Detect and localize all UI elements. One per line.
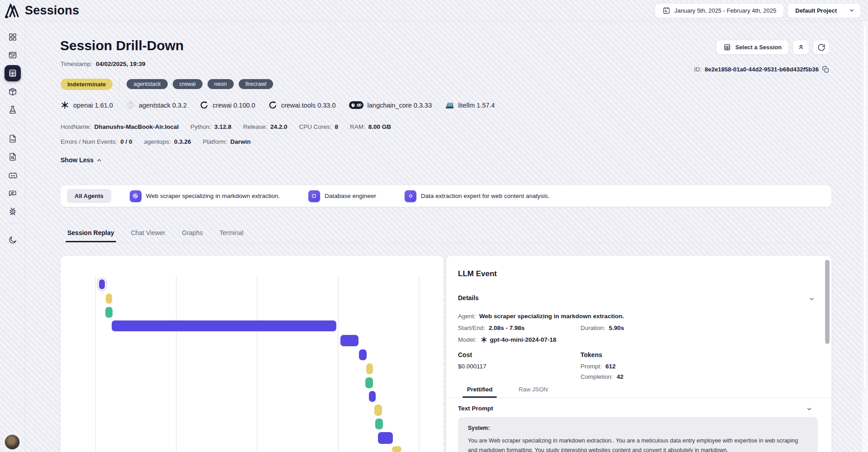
- scrollbar-thumb[interactable]: [825, 260, 830, 344]
- agent-filter-web-scraper[interactable]: Web scraper specializing in markdown ext…: [130, 190, 280, 202]
- chevron-down-icon[interactable]: [808, 296, 815, 302]
- tab-terminal[interactable]: Terminal: [219, 229, 243, 242]
- host-value: Dhanushs-MacBook-Air.local: [94, 123, 179, 130]
- model-value: gpt-4o-mini-2024-07-18: [490, 336, 557, 343]
- sidebar-item-bug-report[interactable]: [5, 203, 21, 220]
- agent-filter-data-extraction[interactable]: Data extraction expert for web content a…: [405, 190, 549, 202]
- message-square-icon: [8, 189, 17, 198]
- agent-row: Agent: Web scraper specializing in markd…: [458, 313, 624, 320]
- event-panel-scrollbar[interactable]: [824, 258, 830, 452]
- gantt-event-bar[interactable]: [340, 335, 359, 346]
- host-label: CPU Cores:: [299, 123, 332, 130]
- gantt-event-bar[interactable]: [106, 293, 112, 304]
- all-agents-button[interactable]: All Agents: [67, 189, 111, 203]
- grid-icon: [8, 33, 17, 42]
- square-glyph-icon: [308, 190, 320, 202]
- sidebar-item-feedback[interactable]: [5, 185, 21, 202]
- event-view-tabs: Prettified Raw JSON: [467, 386, 548, 398]
- clover-glyph-icon: [130, 190, 142, 202]
- tab-raw-json[interactable]: Raw JSON: [519, 386, 547, 398]
- sidebar-item-dashboard[interactable]: [5, 29, 21, 45]
- host-value: 8.00 GB: [368, 123, 391, 130]
- tags-row: Indeterminate agentstack crewai neon fir…: [61, 78, 273, 90]
- version-item: crewai 0.100.0: [199, 100, 255, 110]
- tab-session-replay[interactable]: Session Replay: [67, 229, 114, 242]
- tab-bar-rule: [60, 243, 832, 243]
- event-title: LLM Event: [458, 269, 497, 278]
- gantt-event-bar[interactable]: [366, 363, 373, 374]
- gantt-event-bar[interactable]: [112, 320, 336, 331]
- session-id-label: ID:: [694, 66, 702, 73]
- gantt-event-bar[interactable]: [359, 349, 367, 360]
- tab-chat-viewer[interactable]: Chat Viewer: [131, 229, 165, 242]
- gantt-gridline: [338, 276, 339, 452]
- date-range-picker[interactable]: January 5th, 2025 - February 4th, 2025: [655, 3, 784, 18]
- agent-filter-database-engineer[interactable]: Database engineer: [308, 190, 376, 202]
- host-label: Release:: [243, 123, 267, 130]
- refresh-button[interactable]: [813, 40, 830, 55]
- version-item: openai 1.61.0: [60, 100, 113, 110]
- sidebar-item-dark-mode[interactable]: [5, 232, 21, 248]
- tab-prettified[interactable]: Prettified: [467, 386, 492, 398]
- sidebar-item-projects[interactable]: [5, 47, 21, 63]
- top-bar: Sessions January 5th, 2025 - February 4t…: [0, 0, 868, 21]
- sidebar-item-deploy[interactable]: [5, 84, 21, 100]
- host-info-row-2: Errors / Num Events:0 / 0 agentops:0.3.2…: [61, 138, 250, 145]
- host-value: 24.2.0: [270, 123, 288, 130]
- completion-label: Completion:: [580, 373, 613, 380]
- gantt-event-bar[interactable]: [378, 432, 393, 444]
- tag-pill: agentstack: [127, 79, 167, 89]
- version-label: litellm 1.57.4: [458, 102, 495, 109]
- gantt-event-bar[interactable]: [392, 446, 401, 452]
- gantt-event-bar[interactable]: [365, 377, 373, 388]
- gantt-event-bar[interactable]: [99, 279, 105, 289]
- event-tabs-rule: [446, 398, 831, 398]
- file-search-icon: [8, 152, 17, 161]
- gantt-event-bar[interactable]: [374, 405, 382, 416]
- version-label: crewai 0.100.0: [212, 102, 255, 109]
- sidebar-item-logs[interactable]: [5, 149, 21, 165]
- page-scrollbar[interactable]: [862, 21, 868, 452]
- version-item: crewai.tools 0.33.0: [268, 100, 336, 110]
- gantt-chart[interactable]: [61, 256, 443, 452]
- host-label: HostName:: [61, 123, 91, 130]
- startend-row: Start/End: 2.08s - 7.98s: [458, 325, 525, 331]
- chevron-down-icon[interactable]: [806, 406, 812, 412]
- user-avatar[interactable]: [4, 434, 20, 450]
- duration-label: Duration:: [580, 325, 605, 331]
- tab-graphs[interactable]: Graphs: [182, 229, 203, 242]
- sidebar-item-docs[interactable]: DOC: [5, 131, 21, 147]
- sidebar-item-discord[interactable]: [5, 167, 21, 184]
- cost-value-row: $0.000117: [458, 363, 486, 370]
- sidebar-item-sessions[interactable]: [5, 65, 21, 81]
- host-value: 3.12.8: [214, 123, 231, 130]
- tag-separator: [119, 78, 120, 90]
- select-session-button[interactable]: Select a Session: [716, 40, 789, 55]
- tag-pill: neon: [208, 79, 234, 89]
- agent-filter-label: Database engineer: [325, 193, 376, 199]
- project-selector[interactable]: Default Project: [788, 3, 861, 18]
- versions-row: openai 1.61.0 agentstack 0.3.2 crewai 0.…: [60, 100, 495, 110]
- show-less-toggle[interactable]: Show Less: [61, 156, 102, 164]
- sidebar-item-evals[interactable]: [5, 102, 21, 118]
- gantt-event-bar[interactable]: [375, 419, 383, 429]
- gantt-event-bar[interactable]: [105, 307, 113, 318]
- gantt-gridline: [176, 276, 177, 452]
- duration-row: Duration: 5.90s: [580, 325, 624, 331]
- page-scrollbar-thumb[interactable]: [863, 24, 867, 390]
- tag-pill: crewai: [173, 79, 203, 89]
- collapse-button[interactable]: [793, 40, 809, 55]
- chevrons-up-icon: [797, 44, 805, 51]
- host-label: Platform:: [203, 138, 227, 145]
- agentops-logo-icon: [4, 2, 20, 19]
- copy-icon[interactable]: [822, 66, 830, 73]
- gantt-gridline: [257, 276, 258, 452]
- diamond-glyph-icon: [405, 190, 416, 202]
- gantt-event-bar[interactable]: [369, 391, 376, 402]
- langchain-logo-icon: [349, 101, 364, 109]
- system-prompt-box: System: You are Web scraper specializing…: [458, 417, 818, 452]
- cost-value: $0.000117: [458, 363, 486, 370]
- completion-tokens-row: Completion: 42: [580, 373, 623, 380]
- tag-pill: firecrawl: [239, 79, 274, 89]
- details-section-header: Details: [458, 294, 479, 301]
